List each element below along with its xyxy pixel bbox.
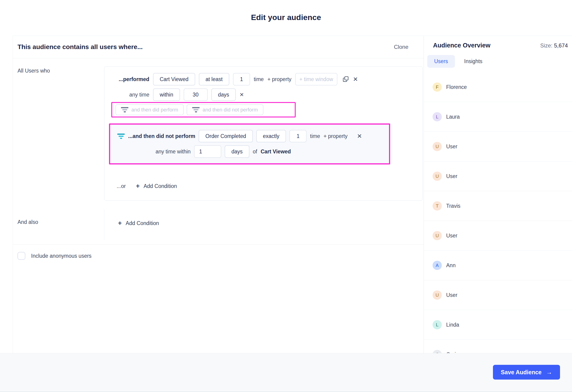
user-name: Travis [446, 203, 461, 209]
user-list-item[interactable]: U User [424, 162, 572, 191]
operator-select-button[interactable]: at least [199, 73, 229, 85]
event-select-button[interactable]: Cart Viewed [153, 73, 195, 85]
clone-button[interactable]: Clone [394, 44, 408, 50]
remove-timeframe-icon[interactable]: ✕ [239, 92, 244, 97]
user-list-item[interactable]: L Linda [424, 310, 572, 340]
sub-window-unit-button[interactable]: days [225, 145, 249, 158]
add-condition-label: Add Condition [143, 183, 177, 189]
funnel-icon [117, 134, 125, 139]
of-label: of [253, 149, 257, 155]
avatar: A [433, 261, 442, 270]
section-divider-line [104, 209, 104, 240]
sub-operator-select-button[interactable]: exactly [256, 130, 286, 142]
user-name: Laura [446, 114, 460, 120]
and-then-did-perform-button[interactable]: and then did perform [115, 104, 184, 115]
size-value: 5,674 [554, 42, 568, 49]
user-list-item[interactable]: U User [424, 132, 572, 162]
audience-overview-sidebar: Audience Overview Size: 5,674 Users Insi… [424, 36, 572, 353]
avatar: L [433, 320, 442, 329]
funnel-icon [121, 107, 128, 112]
window-value-input[interactable] [184, 89, 208, 101]
sub-count-input[interactable] [289, 130, 306, 142]
user-name: User [446, 173, 458, 180]
sub-time-label: time [310, 133, 320, 139]
include-anonymous-label: Include anonymous users [31, 253, 92, 259]
tab-insights[interactable]: Insights [464, 58, 482, 64]
anonymous-users-row: Include anonymous users [17, 252, 92, 260]
footer-bar: Save Audience → [0, 353, 572, 392]
sequence-suggestions-highlight: and then did perform and then did not pe… [111, 102, 296, 118]
user-name: User [446, 292, 458, 298]
include-anonymous-checkbox[interactable] [17, 252, 25, 260]
user-name: Ann [446, 262, 456, 269]
section-label-and-also: And also [17, 219, 38, 225]
window-unit-button[interactable]: days [211, 89, 236, 101]
time-label: time [254, 76, 264, 82]
avatar: L [433, 112, 442, 121]
or-label: ...or [117, 183, 126, 189]
content-area: This audience contains all users where..… [13, 36, 572, 353]
user-list-item[interactable]: A Ann [424, 251, 572, 280]
avatar: U [433, 172, 442, 181]
user-name: User [446, 143, 458, 150]
condition-group-card: ...performed Cart Viewed at least time +… [104, 66, 423, 201]
reference-event-label: Cart Viewed [261, 149, 291, 155]
any-time-label: any time [129, 92, 149, 98]
sidebar-header: Audience Overview Size: 5,674 [424, 36, 572, 49]
subcondition-row-window: any time within days of Cart Viewed [156, 145, 389, 158]
add-time-window-button[interactable]: + time window [295, 73, 337, 85]
avatar: T [433, 201, 442, 211]
duplicate-condition-icon[interactable] [342, 75, 349, 83]
user-list-item[interactable]: L Laura [424, 102, 572, 132]
save-audience-button[interactable]: Save Audience → [493, 365, 560, 379]
performed-label: ...performed [119, 76, 149, 82]
subcondition-row-event: ...and then did not perform Order Comple… [117, 130, 389, 142]
and-then-did-not-perform-button[interactable]: and then did not perform [187, 104, 263, 115]
remove-condition-icon[interactable]: ✕ [353, 76, 358, 82]
add-and-condition-button[interactable]: + Add Condition [118, 220, 159, 226]
sub-add-property-button[interactable]: + property [324, 133, 348, 139]
arrow-right-icon: → [546, 369, 552, 376]
audience-size: Size: 5,674 [540, 42, 568, 49]
avatar: F [433, 82, 442, 92]
count-input[interactable] [233, 73, 250, 85]
did-not-perform-label: ...and then did not perform [128, 133, 195, 139]
user-name: Florence [446, 84, 467, 90]
user-list-item[interactable]: T Travis [424, 191, 572, 221]
tab-users[interactable]: Users [427, 55, 455, 68]
and-then-did-perform-label: and then did perform [131, 107, 178, 113]
builder-header: This audience contains all users where..… [13, 36, 424, 58]
add-or-condition-button[interactable]: + Add Condition [136, 183, 177, 189]
user-list-item[interactable]: U User [424, 221, 572, 251]
avatar: U [433, 290, 442, 300]
remove-subcondition-icon[interactable]: ✕ [357, 133, 362, 139]
sub-event-select-button[interactable]: Order Completed [199, 130, 253, 142]
subcondition-highlight: ...and then did not perform Order Comple… [109, 123, 390, 165]
sidebar-title: Audience Overview [433, 42, 491, 49]
avatar: U [433, 142, 442, 151]
save-audience-label: Save Audience [501, 369, 541, 376]
avatar: U [433, 231, 442, 240]
plus-icon: + [136, 183, 140, 189]
sub-window-label: any time within [156, 149, 191, 155]
within-select-button[interactable]: within [153, 89, 180, 101]
user-list: F Florence L Laura U User U User T Travi… [424, 72, 572, 353]
funnel-icon [192, 107, 200, 112]
condition-row-timeframe: any time within days ✕ [129, 89, 422, 101]
plus-icon: + [118, 220, 122, 226]
user-name: Craig [446, 351, 459, 353]
avatar: C [433, 350, 442, 353]
user-list-item[interactable]: U User [424, 280, 572, 310]
user-name: User [446, 233, 458, 239]
builder-header-title: This audience contains all users where..… [17, 43, 143, 51]
user-list-item[interactable]: F Florence [424, 72, 572, 102]
user-list-item[interactable]: C Craig [424, 340, 572, 353]
add-condition-label: Add Condition [126, 220, 159, 226]
add-property-button[interactable]: + property [267, 76, 291, 82]
audience-editor-page: Edit your audience This audience contain… [0, 0, 572, 392]
sidebar-tabs: Users Insights [427, 55, 572, 68]
sub-window-value-input[interactable] [194, 145, 221, 158]
and-also-section: And also + Add Condition [13, 209, 424, 240]
user-name: Linda [446, 322, 459, 328]
panel-divider [13, 244, 424, 245]
